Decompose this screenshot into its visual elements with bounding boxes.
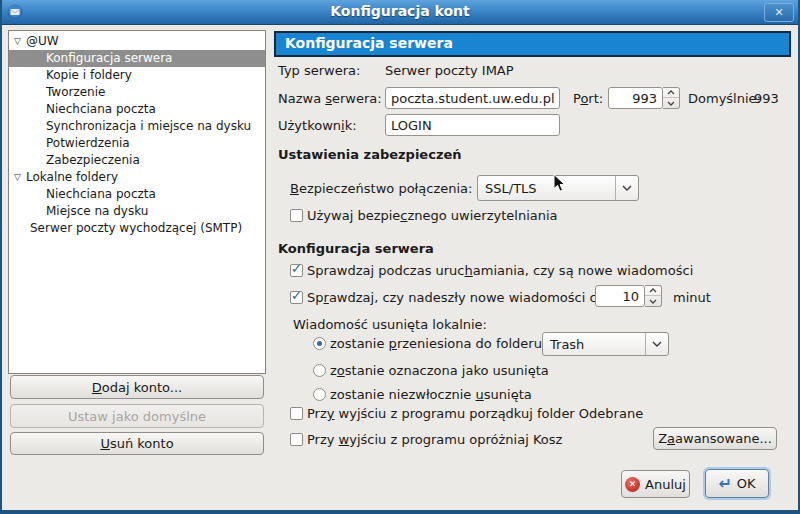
- tree-item-junk[interactable]: Niechciana poczta: [9, 101, 265, 118]
- default-port-value: 993: [754, 91, 779, 106]
- secure-auth-label[interactable]: Używaj bezpiecznego uwierzytelniania: [307, 208, 558, 223]
- add-account-button[interactable]: Dodaj konto...: [10, 375, 264, 399]
- expander-icon[interactable]: ▽: [14, 169, 26, 186]
- spin-down-icon[interactable]: [645, 296, 661, 306]
- spin-up-icon[interactable]: [663, 88, 679, 98]
- tree-item-label: Synchronizacja i miejsce na dysku: [46, 119, 251, 133]
- interval-spinner[interactable]: [645, 285, 662, 307]
- empty-trash-checkbox[interactable]: [290, 433, 303, 446]
- connection-security-value: SSL/TLS: [478, 181, 615, 196]
- empty-trash-label[interactable]: Przy wyjściu z programu opróżniaj Kosz: [307, 432, 562, 447]
- clean-inbox-label[interactable]: Przy wyjściu z programu porządkuj folder…: [307, 406, 643, 421]
- tree-item-server-settings[interactable]: Konfiguracja serwera: [9, 50, 265, 67]
- remove-immediately-radio[interactable]: [313, 388, 326, 401]
- tree-item-smtp[interactable]: Serwer poczty wychodzącej (SMTP): [9, 220, 265, 237]
- check-interval-label[interactable]: Sprawdzaj, czy nadeszły nowe wiadomości …: [307, 290, 605, 305]
- clean-inbox-checkbox[interactable]: [290, 407, 303, 420]
- tree-item-copies-folders[interactable]: Kopie i foldery: [9, 67, 265, 84]
- trash-folder-value: Trash: [543, 337, 645, 352]
- advanced-button[interactable]: Zaawansowane...: [653, 427, 777, 450]
- username-label: Użytkownik:: [278, 118, 357, 133]
- remove-immediately-label[interactable]: zostanie niezwłocznie usunięta: [330, 387, 532, 402]
- server-type-value: Serwer poczty IMAP: [385, 63, 514, 78]
- server-type-label: Typ serwera:: [278, 63, 360, 78]
- security-settings-header: Ustawienia zabezpieczeń: [278, 147, 462, 162]
- tree-item-local-junk[interactable]: Niechciana poczta: [9, 186, 265, 203]
- interval-unit-label: minut: [673, 290, 711, 305]
- tree-item-label: @UW: [26, 34, 59, 48]
- page-title: Konfiguracja serwera: [274, 31, 791, 57]
- ok-label: OK: [737, 476, 756, 491]
- spin-up-icon[interactable]: [645, 286, 661, 296]
- remove-account-label: Usuń konto: [100, 436, 173, 451]
- mark-deleted-label[interactable]: zostanie oznaczona jako usunięta: [330, 363, 549, 378]
- cancel-button[interactable]: ✕ Anuluj: [621, 470, 690, 498]
- advanced-label: Zaawansowane...: [658, 431, 772, 446]
- tree-item-security[interactable]: Zabezpieczenia: [9, 152, 265, 169]
- trash-folder-select[interactable]: Trash: [542, 332, 669, 356]
- username-input[interactable]: [385, 114, 560, 136]
- tree-item-local-folders[interactable]: ▽Lokalne foldery: [9, 169, 265, 186]
- cancel-icon: ✕: [625, 477, 640, 492]
- chevron-down-icon: [645, 333, 668, 355]
- interval-minutes-input[interactable]: [595, 285, 645, 307]
- port-label: Port:: [573, 91, 603, 106]
- remove-account-button[interactable]: Usuń konto: [10, 432, 264, 455]
- add-account-label: Dodaj konto...: [92, 380, 182, 395]
- tree-item-label: Konfiguracja serwera: [46, 51, 172, 65]
- check-interval-checkbox[interactable]: ✓: [290, 291, 303, 304]
- mark-deleted-radio[interactable]: [313, 364, 326, 377]
- window-title: Konfiguracja kont: [0, 3, 800, 19]
- server-name-label: Nazwa serwera:: [278, 91, 382, 106]
- ok-icon: ↵: [718, 477, 731, 491]
- check-icon: ✓: [291, 261, 302, 276]
- expander-icon[interactable]: ▽: [14, 33, 26, 50]
- secure-auth-checkbox[interactable]: [290, 209, 303, 222]
- set-default-label: Ustaw jako domyślne: [68, 409, 206, 424]
- move-to-folder-label[interactable]: zostanie przeniesiona do folderu:: [330, 336, 546, 351]
- close-button[interactable]: ✕: [764, 3, 794, 22]
- titlebar[interactable]: Konfiguracja kont ✕: [0, 0, 800, 25]
- check-at-startup-label[interactable]: Sprawdzaj podczas uruchamiania, czy są n…: [307, 263, 693, 278]
- tree-item-label: Lokalne foldery: [26, 170, 118, 184]
- tree-item-sync-disk[interactable]: Synchronizacja i miejsce na dysku: [9, 118, 265, 135]
- deleted-locally-label: Wiadomość usunięta lokalnie:: [293, 317, 487, 332]
- tree-item-label: Kopie i foldery: [46, 68, 132, 82]
- cancel-label: Anuluj: [645, 477, 686, 492]
- tree-item-label: Zabezpieczenia: [46, 153, 140, 167]
- chevron-down-icon: [615, 176, 638, 200]
- port-input[interactable]: [608, 87, 663, 109]
- account-settings-window: Konfiguracja kont ✕ ▽@UW Konfiguracja se…: [0, 0, 800, 514]
- accounts-tree: ▽@UW Konfiguracja serwera Kopie i folder…: [8, 30, 266, 374]
- mouse-cursor: [553, 174, 566, 197]
- set-default-button: Ustaw jako domyślne: [10, 404, 264, 428]
- tree-item-receipts[interactable]: Potwierdzenia: [9, 135, 265, 152]
- tree-item-local-disk[interactable]: Miejsce na dysku: [9, 203, 265, 220]
- spin-down-icon[interactable]: [663, 98, 679, 108]
- default-port-label: Domyślnie:: [688, 91, 761, 106]
- close-icon: ✕: [774, 6, 783, 19]
- move-to-folder-radio[interactable]: [313, 337, 326, 350]
- tree-item-label: Miejsce na dysku: [46, 204, 148, 218]
- tree-item-label: Niechciana poczta: [46, 187, 156, 201]
- tree-item-label: Niechciana poczta: [46, 102, 156, 116]
- tree-item-label: Tworzenie: [46, 85, 105, 99]
- tree-item-label: Potwierdzenia: [46, 136, 130, 150]
- connection-security-label: Bezpieczeństwo połączenia:: [290, 181, 472, 196]
- tree-item-composition[interactable]: Tworzenie: [9, 84, 265, 101]
- port-spinner[interactable]: [663, 87, 680, 109]
- check-at-startup-checkbox[interactable]: ✓: [290, 264, 303, 277]
- check-icon: ✓: [291, 288, 302, 303]
- radio-dot: [317, 341, 322, 346]
- page-title-label: Konfiguracja serwera: [285, 35, 453, 51]
- tree-item-label: Serwer poczty wychodzącej (SMTP): [30, 221, 242, 235]
- server-name-input[interactable]: [385, 87, 560, 109]
- ok-button[interactable]: ↵ OK: [705, 469, 769, 498]
- tree-item-account-root[interactable]: ▽@UW: [9, 33, 265, 50]
- server-config-header: Konfiguracja serwera: [278, 241, 434, 256]
